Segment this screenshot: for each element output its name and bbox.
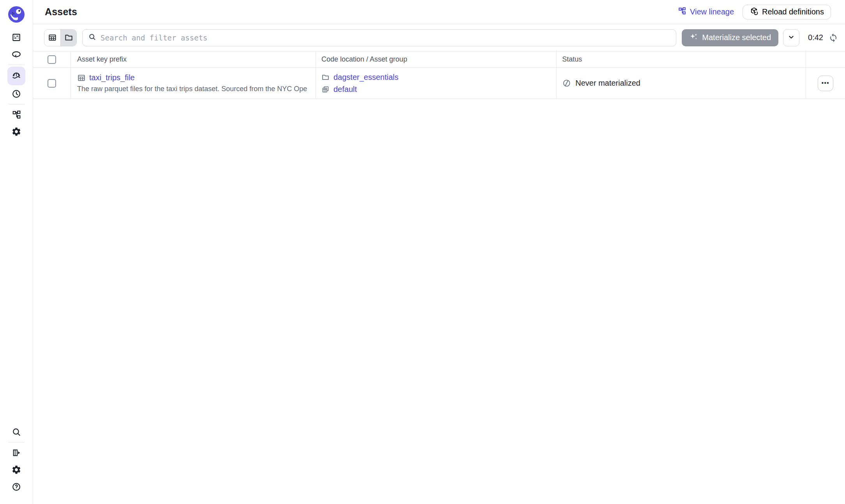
asset-key-line: taxi_trips_file	[77, 73, 135, 82]
asset-description: The raw parquet files for the taxi trips…	[77, 85, 307, 93]
column-header-code-location: Code location / Asset group	[316, 51, 556, 67]
view-lineage-link[interactable]: View lineage	[678, 7, 734, 17]
status-cell: Never materialized	[556, 68, 806, 99]
page-header: Assets View lineage	[33, 0, 845, 24]
dagster-logo[interactable]	[8, 6, 25, 23]
reload-definitions-button[interactable]: Reload definitions	[743, 5, 831, 19]
overview-icon[interactable]	[7, 29, 25, 46]
materialize-selected-label: Materialize selected	[702, 33, 771, 42]
search-container	[82, 29, 676, 46]
search-icon[interactable]	[7, 423, 25, 441]
settings-icon[interactable]	[7, 461, 25, 478]
sidebar-divider	[8, 104, 25, 104]
select-all-checkbox[interactable]	[48, 55, 56, 64]
folder-icon	[321, 73, 330, 81]
row-actions-cell: •••	[806, 68, 845, 99]
refresh-icon[interactable]	[829, 33, 838, 42]
page-title: Assets	[45, 6, 77, 18]
asset-group-icon	[321, 85, 330, 93]
chevron-down-icon	[787, 33, 796, 42]
search-icon	[88, 33, 96, 43]
schedules-icon[interactable]	[7, 85, 25, 102]
asset-group-line: default	[321, 85, 357, 94]
asset-key-link[interactable]: taxi_trips_file	[89, 73, 135, 82]
refresh-countdown: 0:42	[808, 33, 823, 42]
row-menu-button[interactable]: •••	[818, 76, 833, 91]
header-checkbox-cell	[33, 51, 71, 67]
table-header-row: Asset key prefix Code location / Asset g…	[33, 51, 845, 68]
assets-icon[interactable]	[7, 67, 25, 85]
reload-definitions-icon	[750, 7, 759, 18]
code-location-line: dagster_essentials	[321, 73, 399, 82]
code-location-link[interactable]: dagster_essentials	[333, 73, 399, 82]
table-view-icon[interactable]	[44, 30, 60, 46]
sidebar-divider	[8, 65, 25, 65]
table-row: taxi_trips_file The raw parquet files fo…	[33, 68, 845, 99]
header-actions: View lineage Reload definitions	[678, 5, 831, 19]
runs-icon[interactable]	[7, 46, 25, 63]
view-lineage-label: View lineage	[690, 7, 734, 16]
status-label: Never materialized	[575, 79, 640, 88]
row-checkbox-cell	[33, 68, 71, 99]
column-header-asset-key: Asset key prefix	[71, 51, 316, 67]
column-header-actions	[806, 51, 845, 67]
materialize-options-button[interactable]	[783, 29, 799, 46]
lineage-graph-icon	[678, 7, 686, 17]
expand-panel-icon[interactable]	[7, 444, 25, 461]
assets-toolbar: Materialize selected 0:42	[33, 24, 845, 51]
main-content: Assets View lineage	[33, 0, 845, 504]
code-location-cell: dagster_essentials default	[316, 68, 556, 99]
search-input[interactable]	[101, 33, 670, 42]
asset-key-cell: taxi_trips_file The raw parquet files fo…	[71, 68, 316, 99]
deployment-icon[interactable]	[7, 123, 25, 140]
empty-area	[33, 99, 845, 504]
row-checkbox[interactable]	[48, 79, 56, 88]
asset-group-link[interactable]: default	[333, 85, 357, 94]
sparkle-icon	[689, 32, 698, 43]
sidebar-divider	[8, 442, 25, 442]
assets-table: Asset key prefix Code location / Asset g…	[33, 51, 845, 99]
app-root: Assets View lineage	[0, 0, 845, 504]
view-toggle-group	[44, 29, 77, 46]
asset-table-icon	[77, 74, 86, 82]
sidebar	[0, 0, 33, 504]
never-materialized-icon	[562, 79, 571, 88]
column-header-status: Status	[556, 51, 806, 67]
materialize-selected-button[interactable]: Materialize selected	[682, 29, 778, 46]
folder-view-icon[interactable]	[60, 30, 76, 46]
help-icon[interactable]	[7, 478, 25, 495]
reload-definitions-label: Reload definitions	[762, 7, 824, 16]
lineage-icon[interactable]	[7, 106, 25, 123]
